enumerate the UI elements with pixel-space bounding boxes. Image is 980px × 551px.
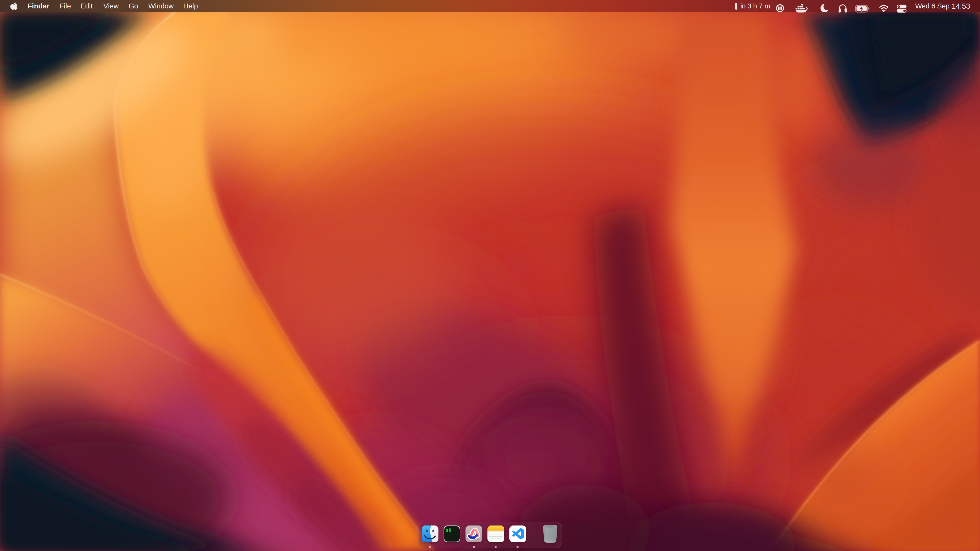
svg-text:$: $ <box>446 529 449 533</box>
